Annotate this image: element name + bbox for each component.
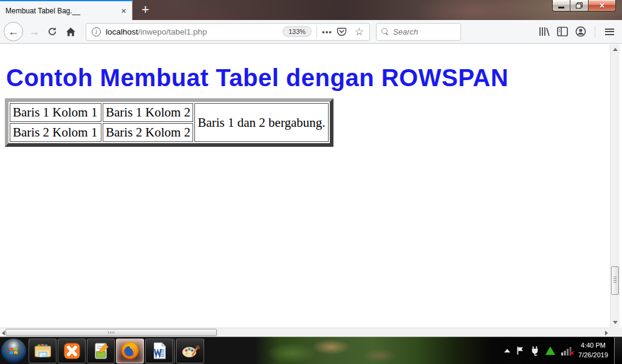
library-button[interactable] xyxy=(535,23,553,40)
firefox-icon xyxy=(120,341,140,360)
paint-icon xyxy=(181,342,200,360)
windows-logo-icon xyxy=(7,345,20,357)
desktop-screen: Membuat Tabel Bag.__ × + × ← → i localho… xyxy=(0,0,622,364)
back-icon: ← xyxy=(8,26,19,37)
taskbar-clock[interactable]: 4:40 PM 7/26/2019 xyxy=(578,341,608,360)
minimize-button[interactable] xyxy=(552,0,570,12)
scroll-down-icon[interactable] xyxy=(613,321,618,324)
power-button[interactable] xyxy=(530,346,539,356)
table-cell-r2c1: Baris 2 Kolom 1 xyxy=(10,123,101,142)
home-icon xyxy=(66,27,76,37)
clock-time: 4:40 PM xyxy=(578,341,608,351)
menu-button[interactable] xyxy=(600,23,618,40)
restore-icon xyxy=(576,2,583,8)
explorer-icon xyxy=(33,342,52,360)
toolbar-right-icons xyxy=(535,23,618,40)
flag-icon xyxy=(516,346,524,356)
urlbar-separator xyxy=(316,26,317,38)
restore-button[interactable] xyxy=(570,0,588,12)
vertical-scrollbar-thumb[interactable] xyxy=(611,266,619,295)
clock-date: 7/26/2019 xyxy=(578,351,608,360)
scroll-up-icon[interactable] xyxy=(613,48,618,51)
scroll-right-icon[interactable] xyxy=(605,331,608,335)
word-icon xyxy=(150,342,168,360)
rowspan-demo-table: Baris 1 Kolom 1 Baris 1 Kolom 2 Baris 1 … xyxy=(5,98,333,147)
account-button[interactable] xyxy=(572,23,590,40)
action-center-button[interactable] xyxy=(516,346,524,356)
table-row: Baris 1 Kolom 1 Baris 1 Kolom 2 Baris 1 … xyxy=(10,103,329,122)
page-title: Contoh Membuat Tabel dengan ROWSPAN xyxy=(6,64,622,92)
system-tray: × 4:40 PM 7/26/2019 xyxy=(501,337,622,364)
taskbar: × 4:40 PM 7/26/2019 xyxy=(0,337,622,364)
site-info-icon[interactable]: i xyxy=(92,27,101,36)
zoom-level-badge[interactable]: 133% xyxy=(282,26,312,37)
new-tab-button[interactable]: + xyxy=(137,2,154,18)
minimize-icon xyxy=(558,7,564,8)
url-bar[interactable]: i localhost/inwepo/tabel1.php 133% ••• ☆ xyxy=(86,23,370,41)
scroll-left-icon[interactable] xyxy=(2,331,5,335)
page-viewport: Contoh Membuat Tabel dengan ROWSPAN Bari… xyxy=(0,44,622,328)
sidebar-button[interactable] xyxy=(553,23,572,40)
horizontal-scrollbar[interactable] xyxy=(0,328,610,337)
search-icon xyxy=(381,28,389,35)
pocket-icon[interactable] xyxy=(337,27,347,37)
search-input[interactable] xyxy=(393,27,451,36)
taskbar-xampp-button[interactable] xyxy=(58,339,86,363)
library-icon xyxy=(539,27,550,36)
close-icon: × xyxy=(600,1,604,10)
browser-tab[interactable]: Membuat Tabel Bag.__ × xyxy=(0,0,132,20)
url-host: localhost xyxy=(106,27,138,36)
avg-triangle-icon xyxy=(545,346,555,355)
titlebar: Membuat Tabel Bag.__ × + × xyxy=(0,0,622,20)
caret-up-icon xyxy=(504,349,510,352)
tab-close-icon[interactable]: × xyxy=(121,6,126,15)
horizontal-scrollbar-thumb[interactable] xyxy=(5,329,217,336)
start-button[interactable] xyxy=(1,339,26,363)
back-button[interactable]: ← xyxy=(4,22,23,41)
reload-icon xyxy=(47,27,57,36)
hamburger-menu-icon xyxy=(605,29,614,35)
url-path: /inwepo/tabel1.php xyxy=(138,27,207,36)
navigation-toolbar: ← → i localhost/inwepo/tabel1.php 133% •… xyxy=(0,20,622,44)
power-plug-icon xyxy=(530,346,539,356)
taskbar-explorer-button[interactable] xyxy=(29,339,56,363)
bookmark-star-icon[interactable]: ☆ xyxy=(355,27,364,37)
account-icon xyxy=(575,26,586,37)
xampp-icon xyxy=(63,342,81,360)
toolbar-separator xyxy=(595,26,595,38)
home-button[interactable] xyxy=(61,22,80,41)
taskbar-firefox-button[interactable] xyxy=(116,339,144,363)
scrollbar-corner xyxy=(610,328,622,337)
taskbar-word-button[interactable] xyxy=(145,339,173,363)
table-cell-r2c2: Baris 2 Kolom 2 xyxy=(103,123,193,142)
forward-icon: → xyxy=(29,26,39,37)
hidden-icons-button[interactable] xyxy=(504,349,510,352)
search-bar[interactable] xyxy=(376,23,461,41)
network-disconnected-icon: × xyxy=(569,348,574,357)
url-text[interactable]: localhost/inwepo/tabel1.php xyxy=(106,27,207,36)
network-status-button[interactable]: × xyxy=(561,346,572,356)
table-cell-rowspan: Baris 1 dan 2 bergabung. xyxy=(194,103,328,142)
reload-button[interactable] xyxy=(43,22,61,41)
taskbar-paint-button[interactable] xyxy=(176,339,204,363)
taskbar-notepadpp-button[interactable] xyxy=(87,339,115,363)
table-cell-r1c2: Baris 1 Kolom 2 xyxy=(103,103,193,122)
tab-title: Membuat Tabel Bag.__ xyxy=(0,7,121,15)
window-controls: × xyxy=(552,0,616,12)
sidebar-icon xyxy=(557,27,568,36)
forward-button[interactable]: → xyxy=(25,22,43,41)
page-actions-icon[interactable]: ••• xyxy=(322,27,332,36)
antivirus-button[interactable] xyxy=(545,346,555,355)
close-button[interactable]: × xyxy=(588,0,616,12)
table-cell-r1c1: Baris 1 Kolom 1 xyxy=(10,103,101,122)
notepadpp-icon xyxy=(92,342,111,360)
vertical-scrollbar[interactable] xyxy=(610,44,620,328)
show-desktop-button[interactable] xyxy=(614,337,622,364)
